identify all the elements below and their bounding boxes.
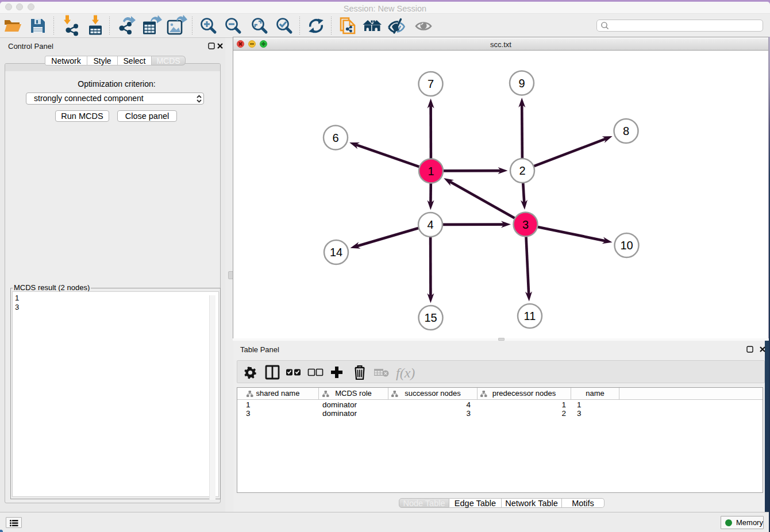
svg-text:4: 4	[427, 218, 433, 231]
svg-text:14: 14	[330, 246, 342, 259]
svg-text:3: 3	[522, 218, 529, 231]
svg-text:1: 1	[428, 165, 434, 178]
svg-text:2: 2	[519, 164, 525, 177]
svg-text:7: 7	[428, 78, 434, 90]
svg-text:6: 6	[332, 132, 338, 144]
svg-text:10: 10	[620, 239, 633, 252]
svg-text:f(x): f(x)	[396, 365, 415, 380]
svg-text:15: 15	[424, 311, 437, 324]
svg-text:9: 9	[518, 77, 525, 90]
svg-text:8: 8	[623, 125, 629, 137]
svg-text:11: 11	[524, 310, 536, 322]
